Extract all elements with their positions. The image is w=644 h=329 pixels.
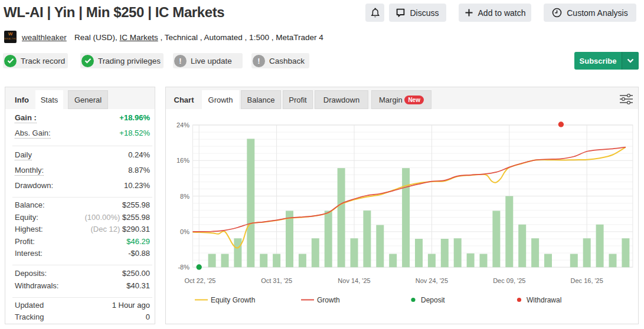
svg-text:24%: 24% bbox=[176, 121, 189, 129]
svg-text:Oct 31, '25: Oct 31, '25 bbox=[261, 277, 292, 284]
svg-text:Dec 09, '25: Dec 09, '25 bbox=[493, 277, 525, 284]
svg-text:Withdrawal: Withdrawal bbox=[527, 296, 561, 304]
svg-text:Nov 14, '25: Nov 14, '25 bbox=[338, 277, 370, 284]
svg-text:Dec 16, '25: Dec 16, '25 bbox=[571, 277, 603, 284]
svg-text:8%: 8% bbox=[180, 193, 189, 200]
svg-text:Nov 24, '25: Nov 24, '25 bbox=[416, 277, 448, 284]
svg-text:Deposit: Deposit bbox=[421, 296, 445, 304]
svg-text:0%: 0% bbox=[180, 228, 189, 235]
svg-text:-8%: -8% bbox=[178, 264, 189, 271]
svg-text:Oct 22, '25: Oct 22, '25 bbox=[185, 277, 216, 284]
svg-text:Equity Growth: Equity Growth bbox=[211, 296, 255, 304]
svg-text:Growth: Growth bbox=[317, 296, 340, 304]
svg-text:16%: 16% bbox=[176, 157, 189, 164]
